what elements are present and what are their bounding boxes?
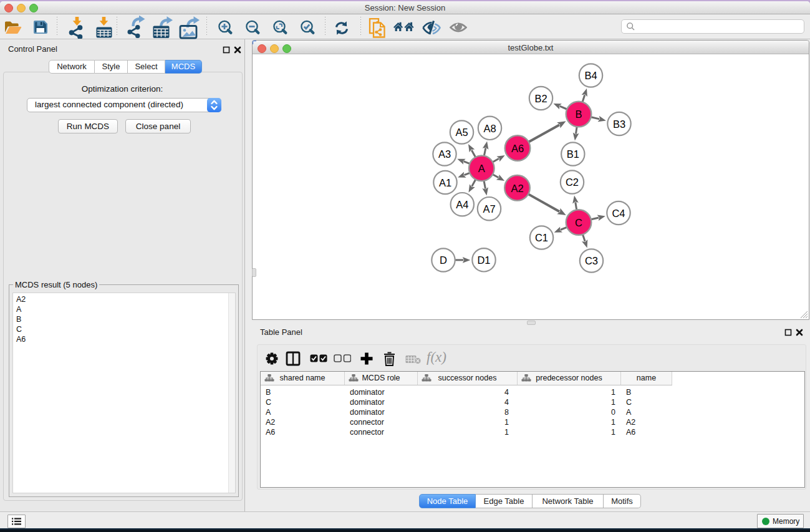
svg-text:A4: A4 — [456, 199, 468, 210]
svg-text:A5: A5 — [455, 127, 468, 138]
svg-text:A: A — [478, 163, 485, 174]
svg-text:B1: B1 — [567, 148, 579, 160]
svg-text:A1: A1 — [439, 177, 451, 188]
svg-text:D1: D1 — [477, 254, 490, 266]
svg-text:C1: C1 — [535, 232, 548, 243]
svg-text:A2: A2 — [511, 183, 523, 194]
svg-text:C4: C4 — [612, 208, 625, 219]
svg-text:A6: A6 — [511, 143, 524, 154]
svg-text:C2: C2 — [566, 177, 579, 188]
svg-text:B2: B2 — [534, 93, 547, 104]
svg-text:B: B — [575, 109, 582, 120]
svg-text:D: D — [440, 254, 447, 266]
svg-text:B3: B3 — [613, 118, 625, 130]
svg-text:A3: A3 — [438, 148, 451, 160]
svg-text:C3: C3 — [585, 255, 598, 266]
svg-text:A8: A8 — [483, 123, 496, 134]
svg-text:A7: A7 — [483, 203, 495, 215]
svg-text:B4: B4 — [584, 70, 597, 81]
svg-text:C: C — [575, 217, 582, 228]
